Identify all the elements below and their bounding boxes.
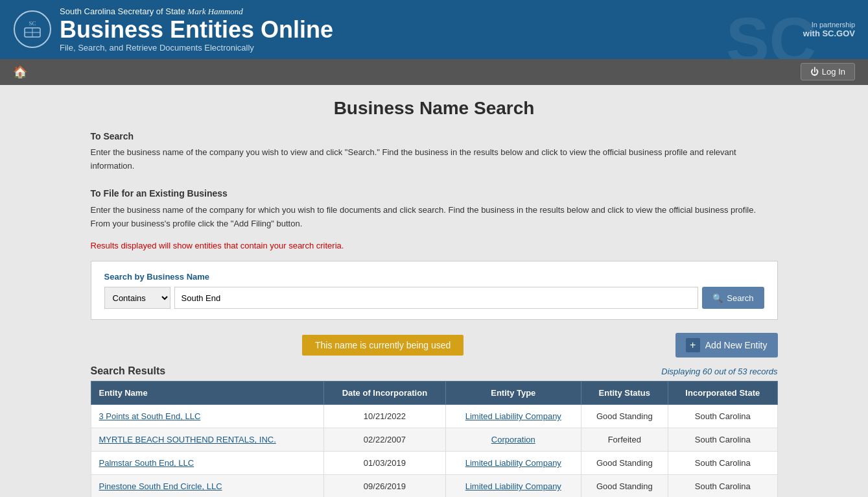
entity-name-cell: 3 Points at South End, LLC [91,405,323,428]
search-type-select[interactable]: Contains Starts With Equals [104,287,170,309]
power-icon: ⏻ [810,67,819,77]
state-cell: South Carolina [668,428,777,452]
search-box: Search by Business Name Contains Starts … [91,261,778,320]
site-header: SC SC South Carolina Secretary of State … [0,0,868,59]
entity-name-cell: MYRTLE BEACH SOUTHEND RENTALS, INC. [91,428,323,452]
entity-name-cell: Palmstar South End, LLC [91,452,323,475]
results-count: Displaying 60 out of 53 records [661,367,777,376]
results-table: Entity Name Date of Incorporation Entity… [91,381,778,497]
entity-name-link[interactable]: Palmstar South End, LLC [99,458,194,468]
home-button[interactable]: 🏠 [13,65,27,79]
date-cell: 09/26/2019 [323,475,445,497]
results-header: Search Results Displaying 60 out of 53 r… [91,365,778,377]
to-search-heading: To Search [91,129,778,143]
header-text-block: South Carolina Secretary of State Mark H… [60,6,333,53]
entity-name-link[interactable]: MYRTLE BEACH SOUTHEND RENTALS, INC. [99,435,276,444]
entity-name-link[interactable]: 3 Points at South End, LLC [99,411,201,421]
status-cell: Good Standing [581,452,668,475]
table-row: 3 Points at South End, LLC10/21/2022Limi… [91,405,777,428]
date-cell: 01/03/2019 [323,452,445,475]
to-search-text: Enter the business name of the company y… [91,146,778,173]
table-row: Palmstar South End, LLC01/03/2019Limited… [91,452,777,475]
search-box-label: Search by Business Name [104,272,764,282]
svg-text:SC: SC [29,20,36,27]
header-subtitle: File, Search, and Retrieve Documents Ele… [60,43,333,53]
search-button[interactable]: 🔍 Search [702,287,764,309]
to-file-text: Enter the business name of the company f… [91,204,778,231]
header-title: Business Entities Online [60,17,333,43]
entity-type-link: Corporation [491,435,535,444]
entity-name-link[interactable]: Pinestone South End Circle, LLC [99,481,222,491]
main-content: Business Name Search To Search Enter the… [78,98,791,497]
entity-type-cell: Limited Liability Company [446,452,581,475]
action-row: This name is currently being used + Add … [91,333,778,358]
col-entity-type: Entity Type [446,382,581,405]
state-cell: South Carolina [668,475,777,497]
results-note: Results displayed will show entities tha… [91,241,778,250]
page-title: Business Name Search [91,98,778,119]
entity-type-link: Limited Liability Company [465,481,561,491]
name-used-badge: This name is currently being used [302,335,463,356]
sc-seal-icon: SC [13,10,52,49]
to-file-heading: To File for an Existing Business [91,186,778,200]
col-status: Entity Status [581,382,668,405]
status-cell: Forfeited [581,428,668,452]
add-new-entity-button[interactable]: + Add New Entity [675,333,778,358]
date-cell: 02/22/2007 [323,428,445,452]
entity-name-cell: Pinestone South End Circle, LLC [91,475,323,497]
results-title: Search Results [91,365,166,377]
entity-type-cell: Limited Liability Company [446,475,581,497]
status-cell: Good Standing [581,475,668,497]
entity-type-link: Limited Liability Company [465,411,561,421]
add-entity-plus-icon: + [686,338,700,352]
table-header: Entity Name Date of Incorporation Entity… [91,382,777,405]
status-cell: Good Standing [581,405,668,428]
date-cell: 10/21/2022 [323,405,445,428]
instructions-block: To Search Enter the business name of the… [91,129,778,231]
search-row: Contains Starts With Equals 🔍 Search [104,287,764,309]
entity-type-cell: Corporation [446,428,581,452]
state-cell: South Carolina [668,405,777,428]
state-cell: South Carolina [668,452,777,475]
search-icon: 🔍 [712,293,723,303]
entity-type-link: Limited Liability Company [465,458,561,468]
header-agency: South Carolina Secretary of State Mark H… [60,6,333,17]
table-row: MYRTLE BEACH SOUTHEND RENTALS, INC.02/22… [91,428,777,452]
header-branding: SC South Carolina Secretary of State Mar… [13,6,333,53]
table-row: Pinestone South End Circle, LLC09/26/201… [91,475,777,497]
entity-type-cell: Limited Liability Company [446,405,581,428]
col-date: Date of Incorporation [323,382,445,405]
results-tbody: 3 Points at South End, LLC10/21/2022Limi… [91,405,777,497]
search-input[interactable] [174,287,699,309]
col-state: Incorporated State [668,382,777,405]
header-partnership: In partnership with SC.GOV [803,21,855,38]
login-button[interactable]: ⏻ Log In [801,63,855,80]
col-entity-name: Entity Name [91,382,323,405]
navbar: 🏠 ⏻ Log In [0,59,868,85]
